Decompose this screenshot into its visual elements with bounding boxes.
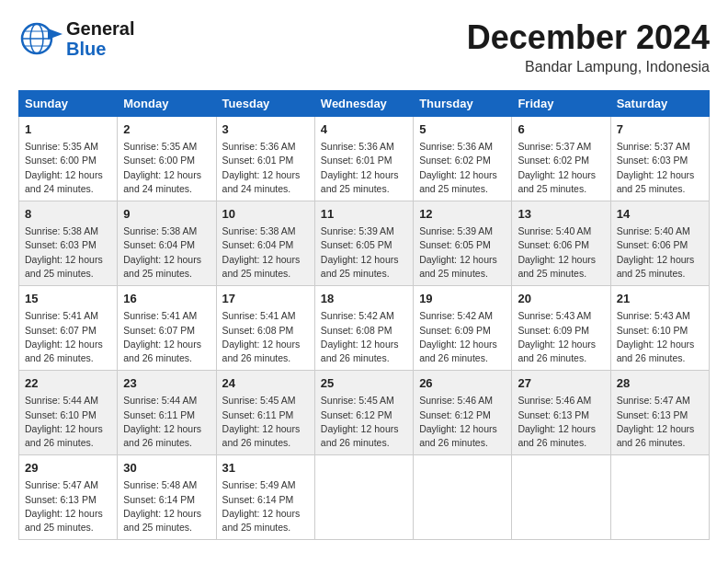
table-row: 1Sunrise: 5:35 AM Sunset: 6:00 PM Daylig… bbox=[19, 117, 118, 201]
day-info: Sunrise: 5:46 AM Sunset: 6:12 PM Dayligh… bbox=[419, 394, 506, 450]
table-row: 13Sunrise: 5:40 AM Sunset: 6:06 PM Dayli… bbox=[512, 201, 610, 286]
day-number: 29 bbox=[25, 460, 111, 477]
header: General Blue December 2024 Bandar Lampun… bbox=[18, 18, 710, 75]
table-row: 11Sunrise: 5:39 AM Sunset: 6:05 PM Dayli… bbox=[314, 201, 413, 286]
day-info: Sunrise: 5:40 AM Sunset: 6:06 PM Dayligh… bbox=[518, 224, 604, 281]
day-info: Sunrise: 5:41 AM Sunset: 6:08 PM Dayligh… bbox=[222, 309, 309, 365]
table-row bbox=[414, 455, 512, 540]
table-row bbox=[314, 455, 413, 540]
calendar-week-row: 29Sunrise: 5:47 AM Sunset: 6:13 PM Dayli… bbox=[19, 455, 710, 540]
day-number: 24 bbox=[222, 375, 309, 392]
day-info: Sunrise: 5:42 AM Sunset: 6:09 PM Dayligh… bbox=[419, 309, 506, 365]
day-number: 26 bbox=[419, 375, 506, 392]
day-info: Sunrise: 5:41 AM Sunset: 6:07 PM Dayligh… bbox=[123, 309, 210, 365]
day-number: 7 bbox=[617, 121, 703, 138]
day-number: 5 bbox=[419, 121, 506, 138]
logo-text: General bbox=[66, 18, 134, 39]
table-row: 16Sunrise: 5:41 AM Sunset: 6:07 PM Dayli… bbox=[118, 286, 216, 371]
day-info: Sunrise: 5:45 AM Sunset: 6:12 PM Dayligh… bbox=[321, 394, 407, 450]
day-number: 8 bbox=[25, 206, 111, 223]
table-row: 31Sunrise: 5:49 AM Sunset: 6:14 PM Dayli… bbox=[216, 455, 314, 540]
day-number: 20 bbox=[518, 291, 604, 307]
day-info: Sunrise: 5:44 AM Sunset: 6:11 PM Dayligh… bbox=[123, 394, 210, 450]
calendar-week-row: 1Sunrise: 5:35 AM Sunset: 6:00 PM Daylig… bbox=[19, 117, 710, 201]
day-number: 25 bbox=[321, 375, 407, 392]
table-row: 20Sunrise: 5:43 AM Sunset: 6:09 PM Dayli… bbox=[512, 286, 610, 371]
table-row: 5Sunrise: 5:36 AM Sunset: 6:02 PM Daylig… bbox=[414, 117, 512, 201]
col-sunday: Sunday bbox=[19, 91, 118, 117]
col-friday: Friday bbox=[512, 91, 610, 117]
title-area: December 2024 Bandar Lampung, Indonesia bbox=[467, 18, 710, 75]
day-number: 14 bbox=[617, 206, 703, 223]
table-row: 9Sunrise: 5:38 AM Sunset: 6:04 PM Daylig… bbox=[118, 201, 216, 286]
table-row: 4Sunrise: 5:36 AM Sunset: 6:01 PM Daylig… bbox=[314, 117, 413, 201]
table-row: 15Sunrise: 5:41 AM Sunset: 6:07 PM Dayli… bbox=[19, 286, 118, 371]
day-number: 13 bbox=[518, 206, 604, 223]
day-number: 28 bbox=[617, 375, 703, 392]
day-number: 16 bbox=[123, 291, 210, 307]
day-number: 19 bbox=[419, 291, 506, 307]
day-number: 22 bbox=[25, 375, 111, 392]
table-row: 24Sunrise: 5:45 AM Sunset: 6:11 PM Dayli… bbox=[216, 371, 314, 455]
col-tuesday: Tuesday bbox=[216, 91, 314, 117]
day-info: Sunrise: 5:43 AM Sunset: 6:10 PM Dayligh… bbox=[617, 309, 703, 365]
svg-marker-5 bbox=[48, 29, 63, 40]
table-row: 7Sunrise: 5:37 AM Sunset: 6:03 PM Daylig… bbox=[610, 117, 709, 201]
calendar-week-row: 22Sunrise: 5:44 AM Sunset: 6:10 PM Dayli… bbox=[19, 371, 710, 455]
calendar-week-row: 8Sunrise: 5:38 AM Sunset: 6:03 PM Daylig… bbox=[19, 201, 710, 286]
logo-icon bbox=[18, 21, 63, 56]
table-row: 27Sunrise: 5:46 AM Sunset: 6:13 PM Dayli… bbox=[512, 371, 610, 455]
table-row: 19Sunrise: 5:42 AM Sunset: 6:09 PM Dayli… bbox=[414, 286, 512, 371]
month-title: December 2024 bbox=[467, 18, 710, 57]
table-row: 10Sunrise: 5:38 AM Sunset: 6:04 PM Dayli… bbox=[216, 201, 314, 286]
col-wednesday: Wednesday bbox=[314, 91, 413, 117]
day-number: 18 bbox=[321, 291, 407, 307]
day-number: 4 bbox=[321, 121, 407, 138]
day-number: 23 bbox=[123, 375, 210, 392]
table-row: 2Sunrise: 5:35 AM Sunset: 6:00 PM Daylig… bbox=[118, 117, 216, 201]
day-info: Sunrise: 5:37 AM Sunset: 6:03 PM Dayligh… bbox=[617, 140, 703, 196]
day-info: Sunrise: 5:38 AM Sunset: 6:04 PM Dayligh… bbox=[123, 224, 210, 281]
logo: General Blue bbox=[18, 18, 134, 59]
day-info: Sunrise: 5:41 AM Sunset: 6:07 PM Dayligh… bbox=[25, 309, 111, 365]
day-info: Sunrise: 5:36 AM Sunset: 6:02 PM Dayligh… bbox=[419, 140, 506, 196]
day-info: Sunrise: 5:39 AM Sunset: 6:05 PM Dayligh… bbox=[321, 224, 407, 281]
calendar-week-row: 15Sunrise: 5:41 AM Sunset: 6:07 PM Dayli… bbox=[19, 286, 710, 371]
day-info: Sunrise: 5:47 AM Sunset: 6:13 PM Dayligh… bbox=[617, 394, 703, 450]
table-row bbox=[512, 455, 610, 540]
table-row: 21Sunrise: 5:43 AM Sunset: 6:10 PM Dayli… bbox=[610, 286, 709, 371]
col-monday: Monday bbox=[118, 91, 216, 117]
day-number: 15 bbox=[25, 291, 111, 307]
day-info: Sunrise: 5:48 AM Sunset: 6:14 PM Dayligh… bbox=[123, 478, 210, 534]
table-row: 14Sunrise: 5:40 AM Sunset: 6:06 PM Dayli… bbox=[610, 201, 709, 286]
day-number: 31 bbox=[222, 460, 309, 477]
day-info: Sunrise: 5:40 AM Sunset: 6:06 PM Dayligh… bbox=[617, 224, 703, 281]
day-info: Sunrise: 5:38 AM Sunset: 6:03 PM Dayligh… bbox=[25, 224, 111, 281]
table-row: 23Sunrise: 5:44 AM Sunset: 6:11 PM Dayli… bbox=[118, 371, 216, 455]
day-info: Sunrise: 5:38 AM Sunset: 6:04 PM Dayligh… bbox=[222, 224, 309, 281]
day-number: 6 bbox=[518, 121, 604, 138]
day-number: 27 bbox=[518, 375, 604, 392]
table-row: 25Sunrise: 5:45 AM Sunset: 6:12 PM Dayli… bbox=[314, 371, 413, 455]
table-row: 8Sunrise: 5:38 AM Sunset: 6:03 PM Daylig… bbox=[19, 201, 118, 286]
day-info: Sunrise: 5:45 AM Sunset: 6:11 PM Dayligh… bbox=[222, 394, 309, 450]
table-row bbox=[610, 455, 709, 540]
day-info: Sunrise: 5:46 AM Sunset: 6:13 PM Dayligh… bbox=[518, 394, 604, 450]
day-info: Sunrise: 5:42 AM Sunset: 6:08 PM Dayligh… bbox=[321, 309, 407, 365]
calendar-table: Sunday Monday Tuesday Wednesday Thursday… bbox=[18, 90, 710, 540]
table-row: 30Sunrise: 5:48 AM Sunset: 6:14 PM Dayli… bbox=[118, 455, 216, 540]
day-info: Sunrise: 5:43 AM Sunset: 6:09 PM Dayligh… bbox=[518, 309, 604, 365]
table-row: 12Sunrise: 5:39 AM Sunset: 6:05 PM Dayli… bbox=[414, 201, 512, 286]
table-row: 28Sunrise: 5:47 AM Sunset: 6:13 PM Dayli… bbox=[610, 371, 709, 455]
day-info: Sunrise: 5:49 AM Sunset: 6:14 PM Dayligh… bbox=[222, 478, 309, 534]
day-info: Sunrise: 5:36 AM Sunset: 6:01 PM Dayligh… bbox=[321, 140, 407, 196]
day-number: 9 bbox=[123, 206, 210, 223]
day-number: 1 bbox=[25, 121, 111, 138]
day-info: Sunrise: 5:44 AM Sunset: 6:10 PM Dayligh… bbox=[25, 394, 111, 450]
location-subtitle: Bandar Lampung, Indonesia bbox=[467, 59, 710, 75]
table-row: 26Sunrise: 5:46 AM Sunset: 6:12 PM Dayli… bbox=[414, 371, 512, 455]
day-info: Sunrise: 5:37 AM Sunset: 6:02 PM Dayligh… bbox=[518, 140, 604, 196]
table-row: 17Sunrise: 5:41 AM Sunset: 6:08 PM Dayli… bbox=[216, 286, 314, 371]
day-number: 10 bbox=[222, 206, 309, 223]
day-number: 12 bbox=[419, 206, 506, 223]
